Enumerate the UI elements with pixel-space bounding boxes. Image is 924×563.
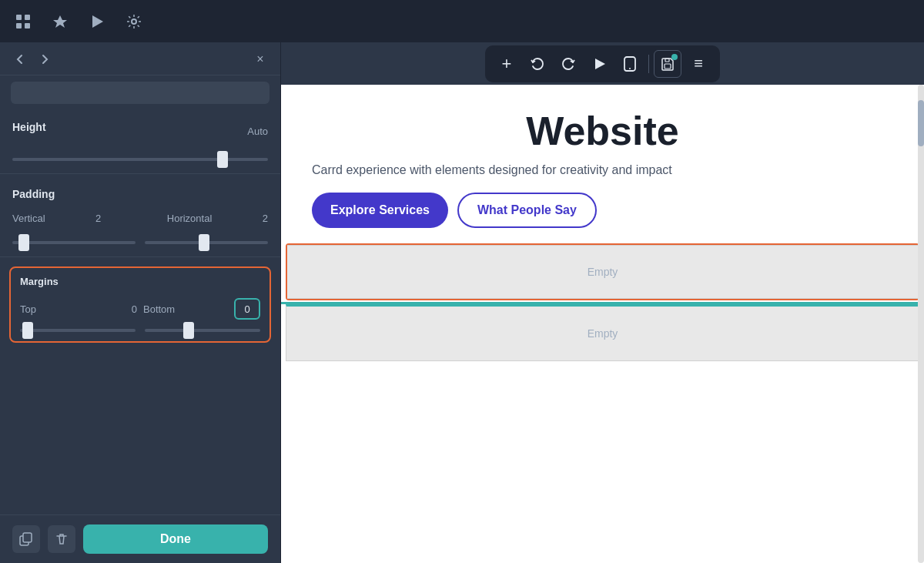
bottom-margin-slider-thumb[interactable] xyxy=(183,322,194,339)
hero-buttons: Explore Services What People Say xyxy=(312,193,893,228)
divider-2 xyxy=(0,256,280,257)
vertical-label: Vertical xyxy=(12,213,45,224)
height-section: Height Auto xyxy=(0,110,280,152)
hero-section: Website Carrd experience with elements d… xyxy=(281,85,924,243)
divider-1 xyxy=(0,173,280,174)
panel-header: × xyxy=(0,42,280,75)
horizontal-value: 2 xyxy=(263,213,268,224)
main-layout: × Height Auto Padding Vertical xyxy=(0,42,924,563)
height-row: Height Auto xyxy=(12,121,268,141)
svg-rect-0 xyxy=(16,15,22,20)
panel-next-button[interactable] xyxy=(35,50,54,69)
svg-rect-1 xyxy=(25,15,30,20)
svg-rect-11 xyxy=(665,64,671,69)
panel-nav xyxy=(11,50,54,69)
pin-icon[interactable] xyxy=(49,11,71,32)
margin-sliders-row xyxy=(20,326,260,332)
vertical-slider-thumb[interactable] xyxy=(18,234,29,251)
bottom-margin-col: Bottom 0 xyxy=(143,298,260,320)
bottom-margin-label: Bottom xyxy=(143,303,175,315)
bottom-margin-slider-track[interactable] xyxy=(145,329,260,332)
toolbar-divider xyxy=(648,55,649,73)
play-icon[interactable] xyxy=(86,11,108,32)
empty-section-2: Empty xyxy=(286,307,919,360)
vertical-slider-container xyxy=(12,238,136,244)
padding-label: Padding xyxy=(12,188,55,200)
margins-section: Margins Top 0 Bottom 0 xyxy=(9,266,271,343)
undo-button[interactable] xyxy=(524,50,551,78)
redo-button[interactable] xyxy=(554,50,582,78)
svg-rect-3 xyxy=(25,23,30,28)
canvas-toolbar: + ≡ xyxy=(485,45,720,82)
svg-marker-8 xyxy=(595,59,605,69)
margins-values-row: Top 0 Bottom 0 xyxy=(20,298,260,320)
horizontal-slider-thumb[interactable] xyxy=(199,234,209,251)
bottom-margin-value-box[interactable]: 0 xyxy=(234,298,260,320)
grid-icon[interactable] xyxy=(12,11,34,32)
settings-icon[interactable] xyxy=(123,11,145,32)
hero-subtitle: Carrd experience with elements designed … xyxy=(312,163,893,177)
bottom-margin-value: 0 xyxy=(244,303,249,315)
vertical-slider-track[interactable] xyxy=(12,241,136,244)
height-slider-container xyxy=(0,152,280,170)
selected-section: Empty xyxy=(286,243,919,300)
panel-close-button[interactable]: × xyxy=(251,50,270,69)
horizontal-slider-container xyxy=(145,238,268,244)
padding-values-row: Vertical 2 Horizontal 2 xyxy=(12,213,268,224)
save-button[interactable] xyxy=(654,50,681,78)
copy-icon-button[interactable] xyxy=(12,525,40,553)
panel-prev-button[interactable] xyxy=(11,50,29,69)
menu-button[interactable]: ≡ xyxy=(685,50,712,78)
save-dot xyxy=(671,54,678,60)
add-button[interactable]: + xyxy=(493,50,521,78)
top-margin-slider-thumb[interactable] xyxy=(22,322,33,339)
top-margin-slider-container xyxy=(20,326,136,332)
empty-section-1: Empty xyxy=(287,245,918,299)
height-value: Auto xyxy=(247,126,268,137)
top-margin-label: Top xyxy=(20,303,36,315)
margins-header-row: Margins xyxy=(20,276,260,293)
scrollbar[interactable] xyxy=(918,85,924,563)
left-panel: × Height Auto Padding Vertical xyxy=(0,42,281,563)
trash-icon-button[interactable] xyxy=(48,525,75,553)
svg-point-10 xyxy=(629,68,631,69)
done-button[interactable]: Done xyxy=(83,524,268,554)
padding-sliders-row xyxy=(0,235,280,253)
top-toolbar xyxy=(0,0,924,42)
horizontal-label: Horizontal xyxy=(167,213,213,224)
canvas-topbar: + ≡ xyxy=(281,42,924,85)
svg-rect-7 xyxy=(23,533,32,542)
empty-section-1-label: Empty xyxy=(588,266,618,278)
svg-point-5 xyxy=(132,19,136,24)
top-margin-value: 0 xyxy=(132,303,137,315)
padding-section: Padding Vertical 2 Horizontal 2 xyxy=(0,177,280,235)
empty-section-2-label: Empty xyxy=(588,327,618,340)
what-people-say-button[interactable]: What People Say xyxy=(457,193,597,228)
mobile-button[interactable] xyxy=(616,50,644,78)
svg-rect-2 xyxy=(16,23,22,28)
horizontal-slider-track[interactable] xyxy=(145,241,268,244)
preview-button[interactable] xyxy=(585,50,613,78)
svg-rect-12 xyxy=(665,59,669,62)
top-margin-col: Top 0 xyxy=(20,303,137,315)
height-slider-track[interactable] xyxy=(12,158,268,161)
top-margin-slider-track[interactable] xyxy=(20,329,136,332)
padding-header-row: Padding xyxy=(12,188,268,208)
margins-label: Margins xyxy=(20,276,59,287)
scrollbar-thumb[interactable] xyxy=(918,100,924,146)
svg-marker-4 xyxy=(92,15,103,28)
panel-search-input[interactable] xyxy=(11,82,270,104)
canvas-content: Website Carrd experience with elements d… xyxy=(281,85,924,563)
toolbar-left xyxy=(12,11,145,32)
next-section: Empty xyxy=(286,304,919,361)
explore-services-button[interactable]: Explore Services xyxy=(312,193,448,228)
canvas-area: + ≡ xyxy=(281,42,924,563)
height-label: Height xyxy=(12,121,46,133)
panel-search xyxy=(0,75,280,110)
vertical-value: 2 xyxy=(95,213,101,224)
bottom-margin-slider-container xyxy=(145,326,260,332)
height-slider-thumb[interactable] xyxy=(217,151,228,168)
panel-bottom-bar: Done xyxy=(0,514,280,563)
hero-title: Website xyxy=(312,108,893,154)
